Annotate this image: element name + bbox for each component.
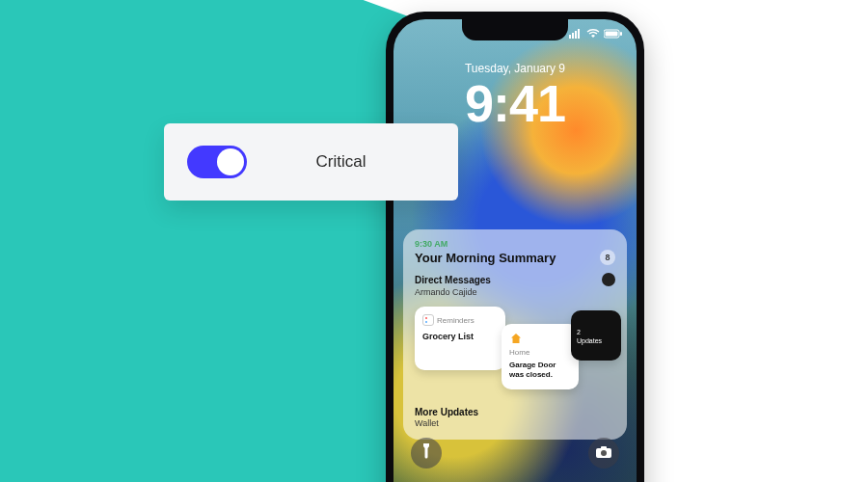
phone-screen: Tuesday, January 9 9:41 9:30 AM Your Mor… <box>393 19 637 482</box>
more-updates-label: More Updates <box>415 407 615 417</box>
signal-icon <box>569 25 583 42</box>
home-label: Home <box>509 348 571 357</box>
updates-tile[interactable]: 2 Updates <box>571 310 621 361</box>
avatar <box>602 273 615 286</box>
summary-count-badge: 8 <box>600 250 615 265</box>
critical-toggle-label: Critical <box>247 152 435 172</box>
camera-icon <box>596 444 611 462</box>
toggle-knob <box>217 148 244 175</box>
svg-rect-0 <box>569 35 571 39</box>
critical-toggle[interactable] <box>187 146 247 178</box>
critical-toggle-card: Critical <box>164 123 458 201</box>
phone-frame: Tuesday, January 9 9:41 9:30 AM Your Mor… <box>386 12 644 482</box>
phone-notch <box>462 19 568 40</box>
svg-rect-3 <box>578 29 580 39</box>
home-icon <box>509 332 523 345</box>
svg-rect-2 <box>575 31 577 39</box>
home-tile[interactable]: Home Garage Door was closed. <box>502 324 579 389</box>
svg-rect-5 <box>606 32 618 37</box>
home-text: Garage Door was closed. <box>509 361 571 379</box>
reminders-tile[interactable]: Reminders Grocery List <box>415 307 505 370</box>
camera-button[interactable] <box>588 438 619 469</box>
wifi-icon <box>586 25 600 42</box>
updates-count: 2 <box>577 329 615 335</box>
summary-title: Your Morning Summary <box>415 251 556 265</box>
svg-rect-6 <box>620 32 622 36</box>
flashlight-icon <box>420 443 432 463</box>
summary-time: 9:30 AM <box>415 239 615 249</box>
morning-summary-card[interactable]: 9:30 AM Your Morning Summary 8 Direct Me… <box>403 229 627 440</box>
svg-rect-8 <box>601 446 607 449</box>
battery-icon <box>604 25 623 42</box>
more-updates-app: Wallet <box>415 418 615 428</box>
reminders-icon <box>422 314 434 326</box>
summary-tiles: Reminders Grocery List Home Garage Door … <box>415 307 615 393</box>
flashlight-button[interactable] <box>411 438 442 469</box>
reminders-item: Grocery List <box>422 332 498 341</box>
updates-label: Updates <box>577 337 615 344</box>
dm-sender: Armando Cajide <box>415 287 615 297</box>
stage: Tuesday, January 9 9:41 9:30 AM Your Mor… <box>0 0 868 482</box>
status-bar <box>569 25 623 42</box>
svg-rect-1 <box>572 33 574 39</box>
reminders-label: Reminders <box>437 316 475 325</box>
svg-point-9 <box>601 450 607 456</box>
direct-messages-label: Direct Messages <box>415 275 491 285</box>
